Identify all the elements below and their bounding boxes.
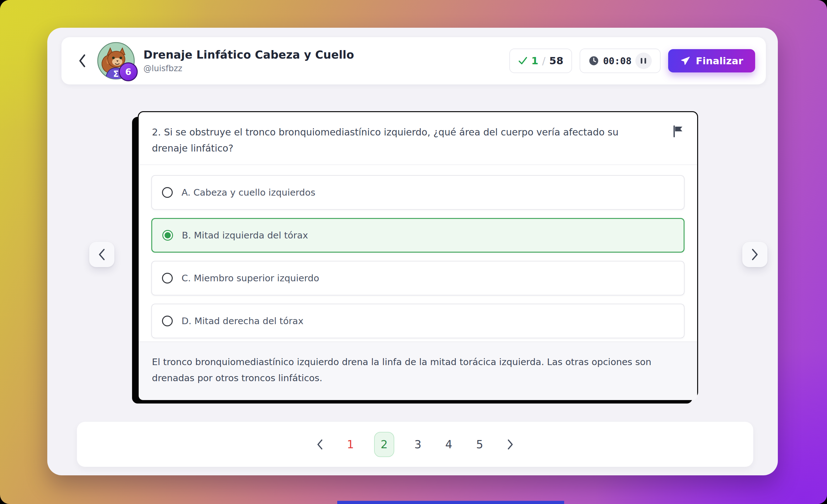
page-2-current[interactable]: 2 — [374, 432, 394, 457]
page-5[interactable]: 5 — [473, 438, 487, 451]
chevron-left-icon — [317, 439, 323, 450]
quiz-header: Σ 6 Drenaje Linfático Cabeza y Cuello — [61, 37, 766, 85]
send-icon — [680, 56, 690, 66]
radio-unselected-icon — [162, 273, 173, 284]
progress-counter: 1 / 58 — [509, 49, 572, 73]
page-4[interactable]: 4 — [442, 438, 456, 451]
pagination-bar: 1 2 3 4 5 — [77, 422, 753, 467]
question-header: 2. Si se obstruye el tronco bronquiomedi… — [139, 112, 697, 165]
clock-icon — [588, 55, 599, 66]
quiz-title: Drenaje Linfático Cabeza y Cuello — [143, 49, 354, 61]
timer: 00:08 — [580, 49, 660, 73]
radio-selected-icon — [162, 230, 173, 241]
chevron-left-icon — [98, 248, 106, 261]
option-b-selected[interactable]: B. Mitad izquierda del tórax — [151, 218, 685, 253]
option-c-label: C. Miembro superior izquierdo — [182, 273, 319, 284]
page-3[interactable]: 3 — [411, 438, 425, 451]
app-background: Σ 6 Drenaje Linfático Cabeza y Cuello — [0, 0, 827, 504]
back-button[interactable] — [75, 51, 90, 70]
check-icon — [518, 56, 528, 65]
answer-explanation: El tronco bronquiomediastínico izquierdo… — [139, 342, 697, 400]
pagination-prev-button[interactable] — [313, 438, 327, 451]
chevron-left-icon — [78, 53, 87, 68]
header-controls: 1 / 58 00:08 Finalizar — [509, 49, 755, 73]
question-text: 2. Si se obstruye el tronco bronquiomedi… — [152, 124, 647, 156]
option-a-label: A. Cabeza y cuello izquierdos — [182, 187, 315, 198]
option-c[interactable]: C. Miembro superior izquierdo — [151, 261, 685, 296]
progress-separator: / — [542, 55, 545, 67]
question-card: 2. Si se obstruye el tronco bronquiomedi… — [138, 111, 698, 398]
previous-question-button[interactable] — [89, 242, 114, 267]
option-d[interactable]: D. Mitad derecha del tórax — [151, 304, 685, 338]
chevron-right-icon — [507, 439, 514, 450]
level-badge: 6 — [119, 62, 138, 81]
quiz-panel: Σ 6 Drenaje Linfático Cabeza y Cuello — [47, 28, 778, 475]
pagination-next-button[interactable] — [503, 438, 517, 451]
flag-icon — [673, 125, 683, 137]
progress-total: 58 — [549, 55, 564, 67]
quiz-author-handle: @luisfbzz — [143, 64, 354, 73]
finalize-button[interactable]: Finalizar — [668, 49, 755, 72]
option-d-label: D. Mitad derecha del tórax — [182, 316, 303, 326]
svg-text:Σ: Σ — [113, 69, 119, 79]
timer-value: 00:08 — [603, 55, 631, 66]
page-1[interactable]: 1 — [343, 438, 358, 451]
pause-button[interactable] — [635, 53, 652, 69]
option-a[interactable]: A. Cabeza y cuello izquierdos — [151, 175, 685, 210]
radio-unselected-icon — [162, 316, 173, 326]
option-b-label: B. Mitad izquierda del tórax — [182, 230, 308, 241]
radio-unselected-icon — [162, 187, 173, 198]
finalize-label: Finalizar — [696, 55, 743, 66]
bottom-progress-strip — [337, 501, 564, 504]
chevron-right-icon — [751, 248, 759, 261]
progress-current: 1 — [531, 55, 538, 67]
next-question-button[interactable] — [742, 242, 768, 267]
avatar: Σ 6 — [97, 42, 135, 80]
quiz-titles: Drenaje Linfático Cabeza y Cuello @luisf… — [143, 49, 354, 73]
options-list: A. Cabeza y cuello izquierdos B. Mitad i… — [139, 165, 697, 342]
flag-question-button[interactable] — [673, 125, 683, 139]
